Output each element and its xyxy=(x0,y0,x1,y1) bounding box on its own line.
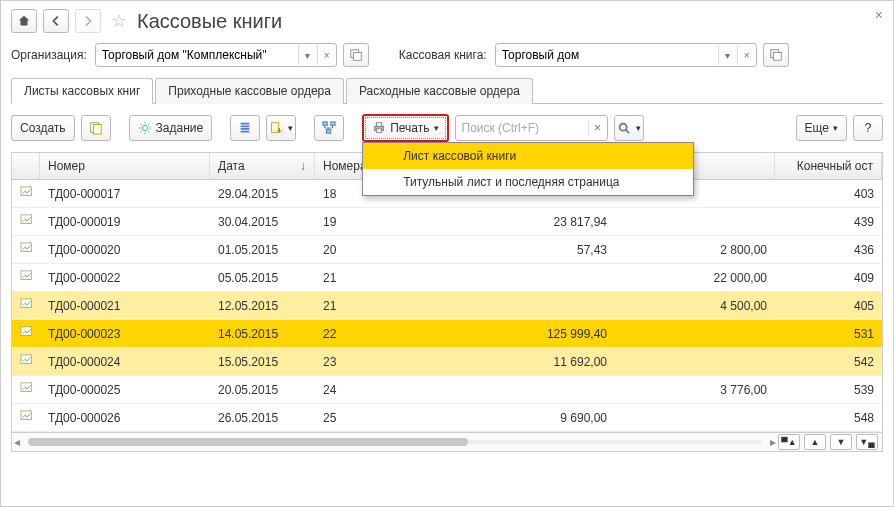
cell-in: 125 999,40 xyxy=(435,327,615,341)
openref-icon xyxy=(349,48,363,62)
goto-bottom-button[interactable]: ▼▄ xyxy=(856,434,878,450)
col-number[interactable]: Номер xyxy=(40,153,210,179)
table-row[interactable]: ТД00-00001930.04.20151923 817,94439 xyxy=(12,208,882,236)
svg-rect-16 xyxy=(21,215,31,224)
book-dropdown-icon[interactable]: ▾ xyxy=(718,45,737,65)
svg-rect-13 xyxy=(377,129,382,133)
cell-sheet: 25 xyxy=(315,411,435,425)
table-row[interactable]: ТД00-00002001.05.20152057,432 800,00436 xyxy=(12,236,882,264)
svg-point-6 xyxy=(142,125,147,130)
book-open-button[interactable] xyxy=(763,43,789,67)
cell-number: ТД00-000023 xyxy=(40,327,210,341)
print-dropdown: Лист кассовой книгиТитульный лист и посл… xyxy=(362,142,694,196)
cell-end: 542 xyxy=(775,355,882,369)
table-row[interactable]: ТД00-00002626.05.2015259 690,00548 xyxy=(12,404,882,432)
org-field[interactable]: ▾ × xyxy=(95,43,337,67)
org-open-button[interactable] xyxy=(343,43,369,67)
svg-rect-21 xyxy=(21,355,31,364)
cell-date: 15.05.2015 xyxy=(210,355,315,369)
print-button-highlight: Печать ▾ xyxy=(362,114,448,142)
cell-number: ТД00-000021 xyxy=(40,299,210,313)
table-row[interactable]: ТД00-00002520.05.2015243 776,00539 xyxy=(12,376,882,404)
col-status[interactable] xyxy=(12,153,40,179)
svg-rect-22 xyxy=(21,383,31,392)
tab[interactable]: Расходные кассовые ордера xyxy=(346,78,533,104)
cell-number: ТД00-000019 xyxy=(40,215,210,229)
help-button[interactable]: ? xyxy=(853,115,883,141)
search-clear-icon[interactable]: × xyxy=(588,121,607,135)
svg-rect-5 xyxy=(93,125,101,135)
org-label: Организация: xyxy=(11,48,87,62)
svg-point-14 xyxy=(619,124,626,131)
cell-sheet: 23 xyxy=(315,355,435,369)
nav-back-button[interactable] xyxy=(43,9,69,33)
book-label: Кассовая книга: xyxy=(399,48,487,62)
print-menu-item[interactable]: Титульный лист и последняя страница xyxy=(363,169,693,195)
favorite-star-icon[interactable]: ☆ xyxy=(111,10,127,32)
row-status-icon xyxy=(12,326,40,341)
cell-out: 4 500,00 xyxy=(615,299,775,313)
print-button[interactable]: Печать ▾ xyxy=(365,117,445,139)
home-icon xyxy=(17,14,31,28)
data-grid: Номер Дата↓ Номера листов Конечный ост Т… xyxy=(11,152,883,452)
table-row[interactable]: ТД00-00002314.05.201522125 999,40531 xyxy=(12,320,882,348)
search-field[interactable]: × xyxy=(455,115,608,141)
col-date[interactable]: Дата↓ xyxy=(210,153,315,179)
close-icon[interactable]: × xyxy=(875,7,883,23)
org-input[interactable] xyxy=(96,45,298,65)
cell-sheet: 20 xyxy=(315,243,435,257)
relations-button[interactable] xyxy=(314,115,344,141)
col-end[interactable]: Конечный ост xyxy=(775,153,882,179)
cell-out: 3 776,00 xyxy=(615,383,775,397)
grid-footer: ◂ ▸ ▀▲ ▲ ▼ ▼▄ xyxy=(12,432,882,451)
print-menu-item[interactable]: Лист кассовой книги xyxy=(363,143,693,169)
cell-date: 26.05.2015 xyxy=(210,411,315,425)
task-button[interactable]: Задание xyxy=(129,115,213,141)
tab[interactable]: Приходные кассовые ордера xyxy=(155,78,344,104)
goto-top-button[interactable]: ▀▲ xyxy=(778,434,800,450)
goto-up-button[interactable]: ▲ xyxy=(804,434,826,450)
table-row[interactable]: ТД00-00002205.05.20152122 000,00409 xyxy=(12,264,882,292)
home-button[interactable] xyxy=(11,9,37,33)
goto-down-button[interactable]: ▼ xyxy=(830,434,852,450)
svg-rect-8 xyxy=(323,122,327,126)
tab[interactable]: Листы кассовых книг xyxy=(11,78,153,104)
chevron-down-icon: ▾ xyxy=(288,123,293,133)
svg-rect-1 xyxy=(353,52,361,60)
cell-out: 22 000,00 xyxy=(615,271,775,285)
scroll-right-icon[interactable]: ▸ xyxy=(768,435,778,449)
create-button[interactable]: Создать xyxy=(11,115,75,141)
svg-rect-23 xyxy=(21,411,31,420)
row-status-icon xyxy=(12,242,40,257)
more-button[interactable]: Еще ▾ xyxy=(796,115,847,141)
cell-end: 436 xyxy=(775,243,882,257)
copy-button[interactable] xyxy=(81,115,111,141)
row-status-icon xyxy=(12,298,40,313)
svg-rect-18 xyxy=(21,271,31,280)
table-row[interactable]: ТД00-00002112.05.2015214 500,00405 xyxy=(12,292,882,320)
svg-rect-3 xyxy=(773,52,781,60)
org-clear-icon[interactable]: × xyxy=(317,45,336,65)
list-view-button[interactable] xyxy=(230,115,260,141)
search-button[interactable]: ▾ xyxy=(614,115,644,141)
cell-sheet: 22 xyxy=(315,327,435,341)
search-input[interactable] xyxy=(456,117,588,139)
book-field[interactable]: ▾ × xyxy=(495,43,757,67)
question-icon: ? xyxy=(865,121,872,135)
cell-date: 29.04.2015 xyxy=(210,187,315,201)
cell-end: 539 xyxy=(775,383,882,397)
cell-out: 2 800,00 xyxy=(615,243,775,257)
svg-rect-9 xyxy=(331,122,335,126)
org-dropdown-icon[interactable]: ▾ xyxy=(298,45,317,65)
arrow-left-icon xyxy=(49,14,63,28)
book-clear-icon[interactable]: × xyxy=(737,45,756,65)
cell-end: 403 xyxy=(775,187,882,201)
book-input[interactable] xyxy=(496,45,718,65)
chevron-down-icon: ▾ xyxy=(833,123,838,133)
arrow-right-icon xyxy=(81,14,95,28)
cell-number: ТД00-000024 xyxy=(40,355,210,369)
table-row[interactable]: ТД00-00002415.05.20152311 692,00542 xyxy=(12,348,882,376)
export-button[interactable]: ▾ xyxy=(266,115,296,141)
scroll-left-icon[interactable]: ◂ xyxy=(12,435,22,449)
h-scrollbar[interactable] xyxy=(28,437,762,447)
